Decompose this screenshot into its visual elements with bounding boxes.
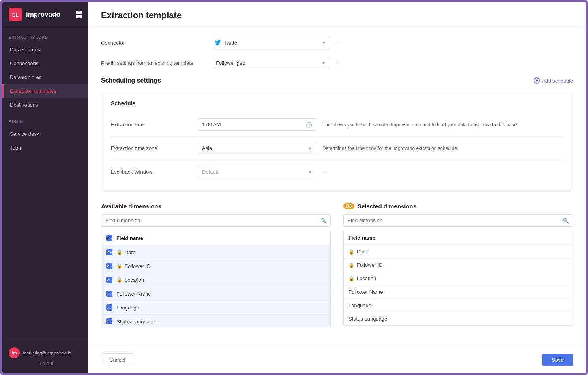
sidebar-item-destinations[interactable]: Destinations <box>2 98 88 112</box>
prefill-label: Pre-fill settings from an existing templ… <box>101 60 212 66</box>
follower-name-checkbox[interactable]: ✓ <box>106 291 112 297</box>
time-input-wrapper: 🕐 <box>198 118 316 131</box>
available-search-input[interactable] <box>101 214 331 227</box>
lookback-label: Lookback Window <box>111 169 198 175</box>
selected-row-date: 🔒 Date <box>344 245 573 259</box>
extraction-timezone-label: Extraction time zone <box>111 145 198 151</box>
selected-search-icon: 🔍 <box>563 218 569 223</box>
selected-row-location: 🔒 Location <box>344 272 573 285</box>
save-button[interactable]: Save <box>542 354 573 366</box>
date-label: Date <box>125 249 135 255</box>
selected-dimensions-list: Field name 🔒 Date 🔒 Follower ID <box>343 231 573 326</box>
main-body: Connector Twitter ▼ - <box>88 27 586 347</box>
date-checkbox[interactable]: ✓ <box>106 249 112 255</box>
sidebar-item-data-explorer[interactable]: Data explorer <box>2 70 88 84</box>
sidebar-header: EL improvado <box>2 2 88 27</box>
sidebar-item-data-sources[interactable]: Data sources <box>2 43 88 56</box>
selected-row-status-language: Status Language <box>344 312 573 325</box>
extraction-timezone-desc: Determines the time zone for the Improva… <box>322 146 458 151</box>
add-schedule-icon: + <box>534 77 540 84</box>
user-email: marketing@improvado.io <box>23 351 71 355</box>
selected-field-name-header: Field name <box>348 235 375 241</box>
prefill-select-wrapper: Follower geo ▼ <box>212 57 330 69</box>
add-schedule-button[interactable]: + Add schedule <box>534 77 573 84</box>
available-dimensions-title: Available dimensions <box>101 203 161 210</box>
available-search-icon: 🔍 <box>320 218 327 223</box>
dim-row-follower-id: ✓ 🔒 Follower ID <box>101 259 330 273</box>
available-dimensions-header-row: ✓ Field name <box>101 231 330 246</box>
location-checkbox[interactable]: ✓ <box>106 277 112 283</box>
connector-select-wrapper: Twitter ▼ <box>212 37 330 49</box>
sidebar: EL improvado EXTRACT & LOAD Data sources… <box>2 2 88 373</box>
selected-dimensions-title: Selected dimensions <box>358 203 416 210</box>
selected-dimensions-header-row: Field name <box>344 231 573 245</box>
language-checkbox[interactable]: ✓ <box>106 304 112 311</box>
logo-badge: EL <box>9 8 22 21</box>
available-dimensions-list: ✓ Field name ✓ 🔒 Date ✓ 🔒 <box>101 231 331 328</box>
extraction-time-input[interactable] <box>198 118 316 131</box>
selected-search-input[interactable] <box>343 214 573 227</box>
sidebar-item-label: Data sources <box>10 47 40 52</box>
extraction-time-row: Extraction time 🕐 This allows you to set… <box>111 113 563 137</box>
lookback-select-wrapper: Default ▼ <box>198 166 316 178</box>
selected-location-lock-icon: 🔒 <box>348 276 354 281</box>
connector-label: Connector <box>101 40 212 46</box>
extraction-timezone-control: Asia ▼ Determines the time zone for the … <box>198 142 563 154</box>
lookback-control: Default ▼ - <box>198 166 563 178</box>
follower-id-lock-icon: 🔒 <box>116 263 122 269</box>
prefill-row: Pre-fill settings from an existing templ… <box>101 57 573 69</box>
follower-name-label: Follower Name <box>116 291 151 297</box>
logout-button[interactable]: Log out <box>9 358 82 366</box>
dim-row-follower-name: ✓ Follower Name <box>101 287 330 301</box>
section-label-admin: ADMIN <box>2 112 88 127</box>
status-language-label: Status Language <box>116 319 155 324</box>
sidebar-item-label: Data explorer <box>10 74 41 80</box>
selected-follower-name-label: Follower Name <box>348 289 383 295</box>
add-schedule-label: Add schedule <box>542 78 573 84</box>
available-dimensions-panel: Available dimensions 🔍 ✓ Field name <box>101 203 331 328</box>
dim-row-location: ✓ 🔒 Location <box>101 273 330 287</box>
sidebar-item-team[interactable]: Team <box>2 141 88 155</box>
extraction-time-label: Extraction time <box>111 122 198 128</box>
selected-dimensions-panel: 6/6 Selected dimensions 🔍 Field name <box>343 203 573 328</box>
selected-row-follower-id: 🔒 Follower ID <box>344 259 573 272</box>
sidebar-item-service-desk[interactable]: Service desk <box>2 127 88 141</box>
main-footer: Cancel Save <box>88 347 586 373</box>
selected-status-language-label: Status Language <box>348 316 387 322</box>
selected-row-language: Language <box>344 299 573 312</box>
twitter-icon <box>215 40 221 46</box>
available-dimensions-header: Available dimensions <box>101 203 331 210</box>
status-language-checkbox[interactable]: ✓ <box>106 318 112 324</box>
available-field-name-header: Field name <box>116 235 143 241</box>
selected-row-follower-name: Follower Name <box>344 285 573 299</box>
timezone-select-wrapper: Asia ▼ <box>198 142 316 154</box>
prefill-dash: - <box>336 59 339 67</box>
available-search-box: 🔍 <box>101 214 331 227</box>
extraction-time-control: 🕐 This allows you to set how often Impro… <box>198 118 563 131</box>
cancel-button[interactable]: Cancel <box>101 353 133 366</box>
dim-row-date: ✓ 🔒 Date <box>101 246 330 259</box>
sidebar-footer: im marketing@improvado.io Log out <box>2 341 88 373</box>
selected-dimensions-badge: 6/6 <box>343 203 354 209</box>
avatar: im <box>9 347 20 358</box>
sidebar-item-extraction-templates[interactable]: Extraction templates <box>2 84 88 98</box>
page-header: Extraction template <box>88 2 586 27</box>
follower-id-checkbox[interactable]: ✓ <box>106 263 112 269</box>
extraction-timezone-row: Extraction time zone Asia ▼ Determines t… <box>111 137 563 160</box>
sidebar-item-label: Team <box>10 145 22 151</box>
connector-select[interactable]: Twitter <box>212 37 330 49</box>
sidebar-item-label: Service desk <box>10 131 39 137</box>
section-label-extract: EXTRACT & LOAD <box>2 27 88 43</box>
lookback-dash: - <box>324 168 326 176</box>
extraction-time-desc: This allows you to set how often Improva… <box>322 122 518 128</box>
select-all-checkbox[interactable]: ✓ <box>106 235 112 241</box>
grid-icon[interactable] <box>76 11 82 18</box>
main-content: Extraction template Connector Twitter ▼ <box>88 2 586 373</box>
sidebar-item-connections[interactable]: Connections <box>2 56 88 70</box>
lookback-row: Lookback Window Default ▼ - <box>111 160 563 184</box>
lookback-select[interactable]: Default <box>198 166 316 178</box>
timezone-select[interactable]: Asia <box>198 142 316 154</box>
prefill-select[interactable]: Follower geo <box>212 57 330 69</box>
follower-id-label: Follower ID <box>125 263 151 269</box>
scheduling-section-header: Scheduling settings + Add schedule <box>101 77 573 84</box>
